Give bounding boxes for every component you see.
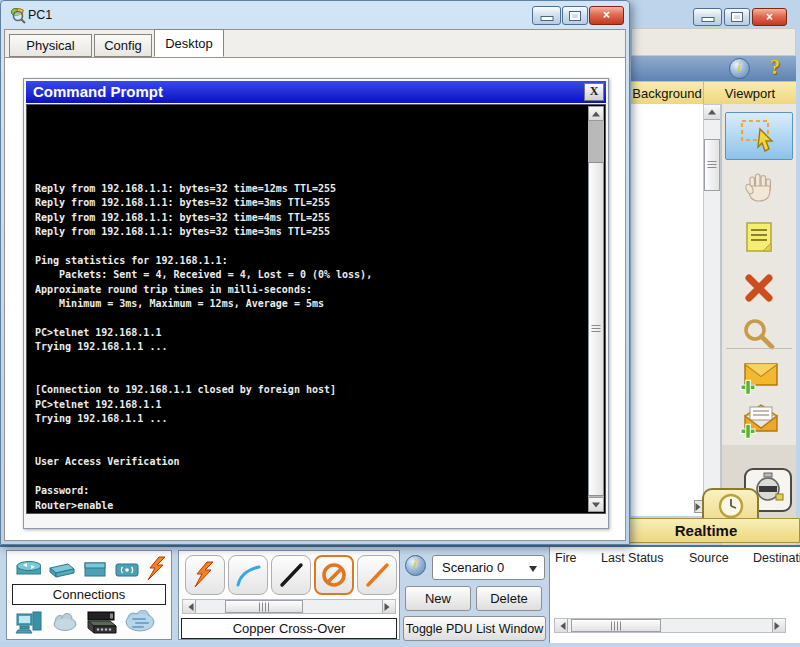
tab-physical[interactable]: Physical <box>9 34 92 57</box>
copper-straight-through-button[interactable] <box>271 555 311 595</box>
custom-made-devices-category-icon[interactable] <box>85 609 117 635</box>
terminal-line: Trying 192.168.1.1 ... <box>35 412 585 426</box>
delete-scenario-button[interactable]: Delete <box>476 586 542 611</box>
main-secondary-bar: i ? <box>631 56 796 81</box>
multiuser-connection-category-icon[interactable] <box>124 610 156 634</box>
add-simple-pdu-tool-button[interactable] <box>728 356 790 400</box>
console-cable-button[interactable] <box>228 555 268 595</box>
scroll-up-button[interactable] <box>588 106 604 121</box>
triangle-left-icon <box>557 622 566 630</box>
scenario-select[interactable]: Scenario 0 <box>432 555 545 580</box>
terminal-line: PC>telnet 192.168.1.1 <box>35 326 585 340</box>
copper-straight-icon <box>276 560 306 590</box>
scroll-left-button[interactable] <box>183 600 196 613</box>
canvas-vertical-scrollbar[interactable] <box>703 104 721 516</box>
main-minimize-button[interactable] <box>693 8 722 26</box>
workspace-canvas[interactable] <box>631 104 703 516</box>
hand-tool-button[interactable] <box>728 166 790 210</box>
end-devices-category-icon[interactable] <box>15 609 45 635</box>
toolbar-divider <box>726 348 792 349</box>
chevron-down-icon <box>529 566 537 576</box>
terminal-line: Reply from 192.168.1.1: bytes=32 time=12… <box>35 182 585 196</box>
fiber-cable-button[interactable] <box>357 555 397 595</box>
terminal-line <box>35 312 585 326</box>
terminal-line: User Access Verification <box>35 455 585 469</box>
pc1-maximize-button[interactable] <box>562 6 588 25</box>
delete-x-icon <box>742 271 776 305</box>
scroll-up-button[interactable] <box>704 105 720 120</box>
clock-icon <box>717 492 745 520</box>
terminal-line: Minimum = 3ms, Maximum = 12ms, Average =… <box>35 297 585 311</box>
packet-tracer-logo-icon <box>9 6 27 24</box>
scroll-down-button[interactable] <box>588 497 604 512</box>
connections-category-icon[interactable] <box>146 556 167 582</box>
delete-tool-button[interactable] <box>728 266 790 310</box>
copper-cross-over-button[interactable] <box>314 555 354 595</box>
auto-connect-button[interactable] <box>185 555 225 595</box>
help-icon[interactable]: ? <box>770 56 780 79</box>
terminal-line: Ping statistics for 192.168.1.1: <box>35 254 585 268</box>
scroll-right-button[interactable] <box>772 619 785 632</box>
note-icon <box>741 220 777 256</box>
realtime-mode-bar[interactable]: Realtime <box>612 518 800 543</box>
connection-scrollbar[interactable] <box>182 599 396 614</box>
terminal-line <box>35 441 585 455</box>
close-icon: × <box>766 10 773 24</box>
realtime-mode-tab-top[interactable] <box>702 488 759 521</box>
simple-pdu-envelope-icon <box>737 358 781 398</box>
canvas-bar: Background Viewport <box>631 81 796 104</box>
terminal-line: [Connection to 192.168.1.1 closed by for… <box>35 383 585 397</box>
terminal-line <box>35 168 585 182</box>
device-category-label: Connections <box>12 584 166 605</box>
background-button[interactable]: Background <box>631 82 704 104</box>
terminal[interactable]: Reply from 192.168.1.1: bytes=32 time=2m… <box>26 104 606 514</box>
tab-config[interactable]: Config <box>94 34 152 57</box>
copper-cross-over-icon <box>318 559 350 591</box>
scrollbar-thumb[interactable] <box>571 619 661 632</box>
inspect-tool-button[interactable] <box>728 312 790 356</box>
complex-pdu-envelope-icon <box>737 400 781 442</box>
scrollbar-thumb[interactable] <box>225 600 303 613</box>
command-prompt-title: Command Prompt <box>33 83 163 100</box>
terminal-line: Reply from 192.168.1.1: bytes=32 time=4m… <box>35 211 585 225</box>
scroll-right-button[interactable] <box>382 600 395 613</box>
terminal-lines: Reply from 192.168.1.1: bytes=32 time=12… <box>35 168 585 513</box>
switches-category-icon[interactable] <box>48 557 74 581</box>
main-maximize-button[interactable] <box>724 8 750 26</box>
pc1-minimize-button[interactable] <box>532 6 561 25</box>
main-close-button[interactable]: × <box>752 8 787 26</box>
routers-category-icon[interactable] <box>15 557 41 581</box>
select-icon <box>739 118 779 154</box>
new-scenario-button[interactable]: New <box>405 586 471 611</box>
triangle-down-icon <box>592 502 600 511</box>
toggle-pdu-list-button[interactable]: Toggle PDU List Window <box>403 616 546 641</box>
hubs-category-icon[interactable] <box>82 557 106 581</box>
hand-icon <box>741 170 777 206</box>
grip-icon <box>708 161 717 169</box>
terminal-scrollbar[interactable] <box>588 106 604 512</box>
scenario-info-icon[interactable]: i <box>405 555 426 576</box>
tab-desktop[interactable]: Desktop <box>154 29 224 57</box>
info-icon[interactable]: i <box>729 58 750 79</box>
minimize-icon <box>541 17 552 20</box>
pdu-col-source: Source <box>689 551 753 565</box>
minimize-icon <box>702 18 713 21</box>
scrollbar-thumb[interactable] <box>588 162 604 496</box>
command-prompt-close-button[interactable]: X <box>584 83 604 101</box>
pc1-close-button[interactable]: × <box>589 6 624 25</box>
place-note-tool-button[interactable] <box>728 216 790 260</box>
terminal-line <box>35 240 585 254</box>
pdu-list-scrollbar[interactable] <box>554 618 786 633</box>
command-prompt-titlebar[interactable]: Command Prompt X <box>26 81 606 103</box>
triangle-left-icon <box>185 603 194 611</box>
wireless-devices-category-icon[interactable] <box>113 557 139 581</box>
wan-emulation-category-icon[interactable] <box>52 611 78 633</box>
pc1-titlebar[interactable]: PC1 × <box>1 1 629 29</box>
select-tool-button[interactable] <box>725 112 793 160</box>
viewport-button[interactable]: Viewport <box>704 82 796 104</box>
triangle-up-icon <box>708 106 716 115</box>
add-complex-pdu-tool-button[interactable] <box>728 399 790 443</box>
scrollbar-thumb[interactable] <box>704 139 720 191</box>
scroll-left-button[interactable] <box>555 619 568 632</box>
connection-type-label: Copper Cross-Over <box>181 618 397 639</box>
